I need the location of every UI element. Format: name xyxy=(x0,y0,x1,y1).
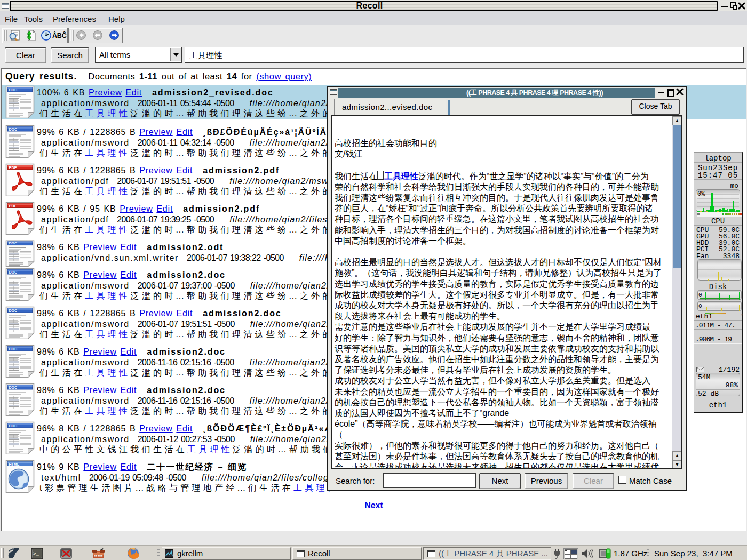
svg-text:0: 0 xyxy=(698,292,702,298)
svg-text:0%: 0% xyxy=(697,190,705,198)
svg-text:0: 0 xyxy=(698,303,702,309)
svg-text:>_: >_ xyxy=(33,551,39,557)
